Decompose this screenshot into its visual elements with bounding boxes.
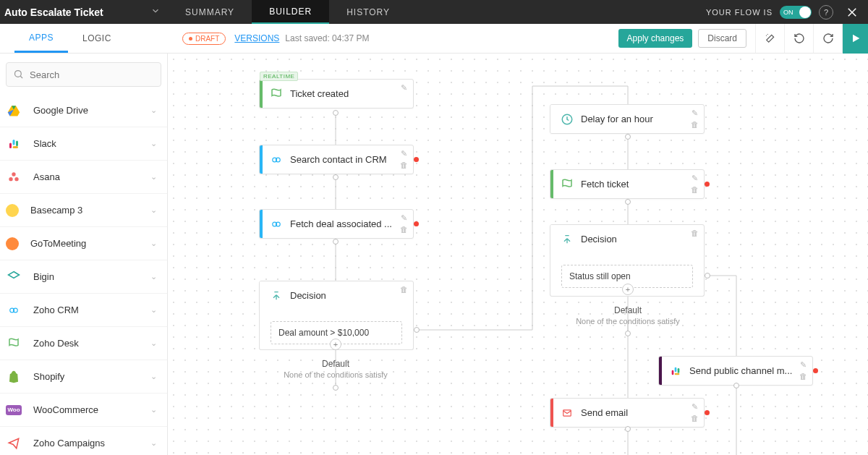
- add-condition-button[interactable]: +: [330, 339, 341, 350]
- app-zoho-crm[interactable]: Zoho CRM ⌄: [0, 294, 167, 327]
- svg-rect-9: [13, 140, 15, 145]
- undo-icon: [793, 33, 805, 44]
- svg-line-4: [20, 76, 22, 78]
- app-woocommerce[interactable]: Woo WooCommerce ⌄: [0, 394, 167, 427]
- app-zoho-desk[interactable]: Zoho Desk ⌄: [0, 327, 167, 360]
- bigin-icon: [6, 269, 22, 285]
- svg-rect-25: [675, 373, 680, 375]
- sub-toolbar: APPS LOGIC DRAFT VERSIONS Last saved: 04…: [0, 24, 868, 54]
- default-branch-sublabel: None of the conditions satisfy: [276, 370, 395, 379]
- connector-wires: [168, 54, 868, 455]
- flow-toggle[interactable]: ON: [780, 6, 812, 19]
- chevron-down-icon: ⌄: [150, 106, 157, 115]
- flow-canvas[interactable]: REALTIME Ticket created ✎ Search contact…: [168, 54, 868, 455]
- edit-icon[interactable]: ✎: [399, 148, 409, 158]
- google-drive-icon: [6, 103, 22, 119]
- port-dot: [625, 134, 631, 140]
- svg-marker-2: [853, 35, 859, 43]
- app-bigin[interactable]: Bigin ⌄: [0, 260, 167, 294]
- play-icon: [850, 33, 861, 44]
- woocommerce-icon: Woo: [6, 405, 22, 415]
- flow-title-wrap: Auto Escalate Ticket: [0, 0, 168, 24]
- versions-link[interactable]: VERSIONS: [234, 33, 279, 43]
- app-google-drive[interactable]: Google Drive ⌄: [0, 94, 167, 127]
- svg-rect-11: [16, 140, 18, 146]
- chevron-down-icon: ⌄: [150, 172, 157, 182]
- svg-point-3: [15, 71, 22, 77]
- default-branch-sublabel: None of the conditions satisfy: [569, 317, 687, 326]
- node-ticket-created[interactable]: REALTIME Ticket created ✎: [259, 79, 414, 109]
- error-indicator-icon: [813, 368, 818, 373]
- tab-builder[interactable]: BUILDER: [252, 0, 329, 24]
- redo-button[interactable]: [813, 24, 842, 53]
- delete-icon[interactable]: 🗑: [689, 184, 699, 195]
- app-label: GoToMeeting: [30, 238, 150, 249]
- search-input[interactable]: [6, 62, 161, 87]
- edit-icon[interactable]: ✎: [399, 213, 409, 223]
- svg-rect-26: [678, 368, 680, 373]
- run-button[interactable]: [842, 24, 868, 54]
- branch-port[interactable]: [414, 327, 420, 333]
- delay-icon: [553, 113, 581, 126]
- svg-marker-15: [9, 271, 20, 278]
- zoho-crm-icon: [263, 155, 290, 165]
- edit-icon[interactable]: ✎: [399, 82, 409, 93]
- delete-icon[interactable]: 🗑: [689, 413, 699, 423]
- subtab-logic[interactable]: LOGIC: [68, 24, 126, 53]
- zoho-desk-icon: [553, 178, 581, 191]
- node-fetch-ticket[interactable]: Fetch ticket ✎🗑: [550, 169, 705, 199]
- basecamp-icon: [6, 204, 19, 217]
- delete-icon[interactable]: 🗑: [399, 284, 409, 294]
- app-slack[interactable]: Slack ⌄: [0, 127, 167, 161]
- edit-icon[interactable]: ✎: [689, 401, 699, 412]
- delete-icon[interactable]: 🗑: [798, 371, 808, 381]
- zoho-crm-icon: [263, 219, 290, 229]
- node-search-contact[interactable]: Search contact in CRM ✎🗑: [259, 145, 414, 174]
- node-send-email[interactable]: Send email ✎🗑: [550, 398, 705, 428]
- flow-title-dropdown-icon[interactable]: [150, 6, 161, 19]
- magic-wand-button[interactable]: [755, 24, 784, 53]
- add-condition-button[interactable]: +: [622, 284, 634, 295]
- app-basecamp[interactable]: Basecamp 3 ⌄: [0, 194, 167, 227]
- node-fetch-deal[interactable]: Fetch deal associated ... ✎🗑: [259, 209, 414, 239]
- delete-icon[interactable]: 🗑: [399, 224, 409, 234]
- draft-dot-icon: [189, 37, 192, 41]
- app-gotomeeting[interactable]: GoToMeeting ⌄: [0, 227, 167, 260]
- node-decision-left[interactable]: Decision 🗑: [259, 281, 414, 310]
- help-button[interactable]: ?: [819, 5, 833, 20]
- app-zoho-campaigns[interactable]: Zoho Campaigns ⌄: [0, 427, 167, 455]
- topbar-right: YOUR FLOW IS ON ?: [706, 1, 868, 24]
- delete-icon[interactable]: 🗑: [399, 160, 409, 170]
- edit-icon[interactable]: ✎: [689, 108, 699, 118]
- shopify-icon: [6, 369, 22, 385]
- node-delay-hour[interactable]: Delay for an hour ✎🗑: [550, 104, 705, 134]
- zoho-crm-icon: [6, 302, 22, 318]
- discard-button[interactable]: Discard: [698, 29, 746, 48]
- chevron-down-icon: ⌄: [150, 239, 157, 248]
- close-button[interactable]: [841, 1, 864, 24]
- edit-icon[interactable]: ✎: [798, 360, 808, 370]
- node-send-slack[interactable]: Send public channel m... ✎🗑: [658, 356, 813, 386]
- node-label: Send email: [581, 399, 704, 427]
- subtab-apps[interactable]: APPS: [14, 24, 68, 53]
- app-label: Zoho CRM: [33, 305, 150, 315]
- chevron-down-icon: ⌄: [150, 139, 157, 148]
- port-dot: [733, 383, 739, 388]
- app-shopify[interactable]: Shopify ⌄: [0, 360, 167, 394]
- apply-changes-button[interactable]: Apply changes: [618, 29, 693, 48]
- search-icon: [13, 69, 24, 80]
- undo-button[interactable]: [784, 24, 813, 53]
- delete-icon[interactable]: 🗑: [689, 228, 699, 238]
- node-label: Fetch ticket: [581, 170, 704, 198]
- tab-summary[interactable]: SUMMARY: [168, 0, 252, 24]
- chevron-down-icon: ⌄: [150, 438, 157, 448]
- port-dot: [625, 199, 631, 205]
- tab-history[interactable]: HISTORY: [329, 0, 407, 24]
- main-split: Google Drive ⌄ Slack ⌄ Asana ⌄ Basecamp …: [0, 54, 868, 455]
- app-label: Zoho Campaigns: [33, 438, 150, 448]
- node-decision-right[interactable]: Decision 🗑: [550, 224, 705, 254]
- app-asana[interactable]: Asana ⌄: [0, 161, 167, 194]
- delete-icon[interactable]: 🗑: [689, 119, 699, 129]
- edit-icon[interactable]: ✎: [689, 173, 699, 183]
- branch-port[interactable]: [705, 273, 710, 278]
